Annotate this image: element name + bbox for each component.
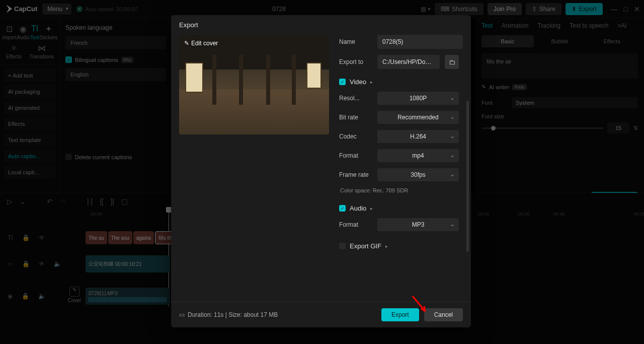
- framerate-select[interactable]: 30fps: [377, 168, 459, 181]
- chevron-icon[interactable]: ▸: [370, 206, 373, 211]
- modal-body: ✎Edit cover Name Export to C:/Users/HP/D…: [171, 35, 471, 302]
- audio-section-header: ✓ Audio ▸: [339, 204, 459, 212]
- format-row: Formatmp4: [339, 149, 459, 162]
- edit-cover-button[interactable]: ✎Edit cover: [184, 40, 218, 47]
- framerate-row: Frame rate30fps: [339, 168, 459, 181]
- audio-format-select[interactable]: MP3: [377, 218, 459, 231]
- gif-section-header: Export GIF ▸: [339, 242, 459, 250]
- export-modal: Export ✎Edit cover Name Export to C:/Use…: [171, 15, 471, 327]
- audio-format-row: FormatMP3: [339, 218, 459, 231]
- duration-text: Duration: 11s | Size: about 17 MB: [188, 311, 278, 318]
- modal-title: Export: [171, 15, 471, 35]
- chevron-icon[interactable]: ▸: [370, 80, 373, 85]
- folder-button[interactable]: 🗀: [445, 55, 459, 69]
- format-select[interactable]: mp4: [377, 149, 459, 162]
- video-section-header: ✓ Video ▸: [339, 78, 459, 86]
- gif-checkbox[interactable]: [339, 243, 346, 249]
- audio-section-label: Audio: [350, 204, 366, 212]
- chevron-icon[interactable]: ▸: [385, 244, 388, 249]
- gif-section-label: Export GIF: [350, 242, 381, 250]
- colorspace-info: Color space: Rec. 709 SDR: [339, 187, 459, 193]
- pencil-icon: ✎: [184, 40, 189, 47]
- exportto-label: Export to: [339, 58, 372, 65]
- cover-preview: ✎Edit cover: [179, 35, 329, 134]
- codec-select[interactable]: H.264: [377, 130, 459, 143]
- name-input[interactable]: [377, 35, 463, 49]
- resolution-row: Resol...1080P: [339, 92, 459, 105]
- name-row: Name: [339, 35, 459, 49]
- format-label: Format: [339, 152, 372, 159]
- footer-buttons: Export Cancel: [381, 308, 463, 321]
- exportto-row: Export to C:/Users/HP/Downlo... 🗀: [339, 55, 459, 69]
- file-info: ▭ Duration: 11s | Size: about 17 MB: [179, 311, 278, 318]
- modal-export-button[interactable]: Export: [381, 308, 419, 321]
- codec-label: Codec: [339, 133, 372, 140]
- video-checkbox[interactable]: ✓: [339, 79, 346, 85]
- folder-icon: 🗀: [449, 58, 455, 66]
- resolution-label: Resol...: [339, 95, 372, 102]
- framerate-label: Frame rate: [339, 171, 372, 178]
- export-form: Name Export to C:/Users/HP/Downlo... 🗀 ✓…: [339, 35, 463, 302]
- exportto-path: C:/Users/HP/Downlo...: [377, 55, 440, 69]
- bitrate-row: Bit rateRecommended: [339, 111, 459, 124]
- bitrate-label: Bit rate: [339, 114, 372, 121]
- cover-image: [179, 35, 329, 134]
- modal-footer: ▭ Duration: 11s | Size: about 17 MB Expo…: [171, 302, 471, 327]
- name-label: Name: [339, 38, 372, 45]
- resolution-select[interactable]: 1080P: [377, 92, 459, 105]
- bitrate-select[interactable]: Recommended: [377, 111, 459, 124]
- video-section-label: Video: [350, 78, 366, 86]
- edit-cover-label: Edit cover: [191, 40, 218, 47]
- modal-scrollbar[interactable]: [466, 101, 469, 252]
- film-icon: ▭: [179, 311, 185, 318]
- modal-cancel-button[interactable]: Cancel: [424, 308, 463, 321]
- audio-format-label: Format: [339, 221, 372, 228]
- codec-row: CodecH.264: [339, 130, 459, 143]
- audio-checkbox[interactable]: ✓: [339, 205, 346, 212]
